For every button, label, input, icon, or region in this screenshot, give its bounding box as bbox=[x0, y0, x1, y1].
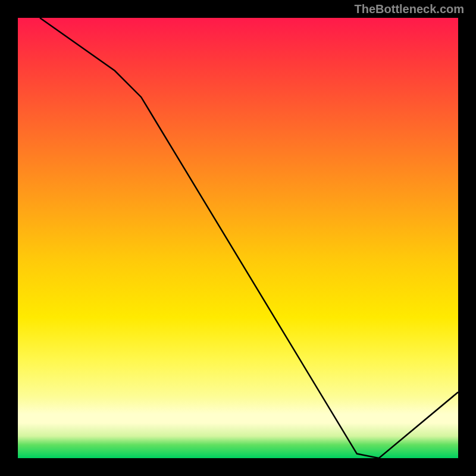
line-chart-svg bbox=[18, 18, 458, 458]
chart-container: TheBottleneck.com bbox=[0, 0, 476, 476]
data-curve bbox=[40, 18, 458, 458]
plot-area bbox=[18, 18, 458, 458]
watermark-text: TheBottleneck.com bbox=[355, 2, 464, 16]
